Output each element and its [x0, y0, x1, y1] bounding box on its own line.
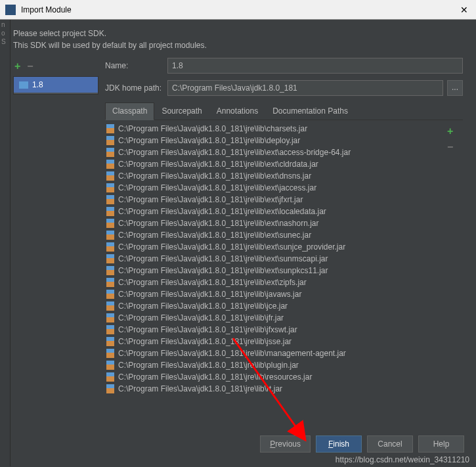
tab-sourcepath[interactable]: Sourcepath [154, 102, 209, 120]
classpath-item-path: C:\Program Files\Java\jdk1.8.0_181\jre\l… [118, 313, 284, 322]
jar-icon [106, 278, 114, 287]
classpath-item-path: C:\Program Files\Java\jdk1.8.0_181\jre\l… [118, 242, 345, 252]
classpath-item[interactable]: C:\Program Files\Java\jdk1.8.0_181\jre\l… [105, 300, 447, 312]
classpath-item[interactable]: C:\Program Files\Java\jdk1.8.0_181\jre\l… [105, 135, 447, 146]
instructions: Please select project SDK. This SDK will… [13, 28, 463, 51]
window-title: Import Module [21, 5, 458, 14]
classpath-item[interactable]: C:\Program Files\Java\jdk1.8.0_181\jre\l… [105, 359, 447, 371]
cancel-button[interactable]: Cancel [367, 435, 413, 453]
tabs: ClasspathSourcepathAnnotationsDocumentat… [105, 102, 463, 120]
jar-icon [106, 325, 114, 334]
jar-icon [106, 372, 114, 382]
name-label: Name: [105, 61, 167, 70]
add-sdk-icon[interactable]: + [14, 60, 20, 72]
jar-icon [106, 183, 114, 192]
tab-annotations[interactable]: Annotations [209, 102, 265, 120]
classpath-item-path: C:\Program Files\Java\jdk1.8.0_181\jre\l… [118, 278, 307, 287]
titlebar: Import Module ✕ [0, 0, 476, 20]
sdk-item-label: 1.8 [32, 80, 43, 89]
classpath-item[interactable]: C:\Program Files\Java\jdk1.8.0_181\jre\l… [105, 158, 447, 170]
jar-icon [106, 313, 114, 322]
folder-icon [19, 81, 28, 89]
classpath-item-path: C:\Program Files\Java\jdk1.8.0_181\jre\l… [118, 195, 303, 204]
classpath-item-path: C:\Program Files\Java\jdk1.8.0_181\jre\l… [118, 290, 301, 299]
jar-icon [106, 136, 114, 145]
classpath-item-path: C:\Program Files\Java\jdk1.8.0_181\jre\l… [118, 171, 311, 181]
previous-button[interactable]: Previous [260, 435, 311, 453]
classpath-item-path: C:\Program Files\Java\jdk1.8.0_181\jre\l… [118, 124, 307, 133]
jar-icon [106, 124, 114, 133]
classpath-item[interactable]: C:\Program Files\Java\jdk1.8.0_181\jre\l… [105, 206, 447, 217]
classpath-item[interactable]: C:\Program Files\Java\jdk1.8.0_181\jre\l… [105, 229, 447, 241]
classpath-item[interactable]: C:\Program Files\Java\jdk1.8.0_181\jre\l… [105, 194, 447, 206]
classpath-item[interactable]: C:\Program Files\Java\jdk1.8.0_181\jre\l… [105, 336, 447, 347]
classpath-item[interactable]: C:\Program Files\Java\jdk1.8.0_181\jre\l… [105, 182, 447, 194]
jar-icon [106, 337, 114, 346]
classpath-item-path: C:\Program Files\Java\jdk1.8.0_181\jre\l… [118, 325, 297, 334]
classpath-item[interactable]: C:\Program Files\Java\jdk1.8.0_181\jre\l… [105, 312, 447, 324]
name-input[interactable] [167, 58, 463, 74]
classpath-item-path: C:\Program Files\Java\jdk1.8.0_181\jre\l… [118, 160, 318, 169]
left-gutter: noS [0, 20, 11, 466]
classpath-item-path: C:\Program Files\Java\jdk1.8.0_181\jre\l… [118, 254, 328, 263]
classpath-item[interactable]: C:\Program Files\Java\jdk1.8.0_181\jre\l… [105, 146, 447, 158]
sdk-sidebar: + − 1.8 [13, 58, 98, 405]
classpath-item-path: C:\Program Files\Java\jdk1.8.0_181\jre\l… [118, 219, 318, 228]
classpath-item[interactable]: C:\Program Files\Java\jdk1.8.0_181\jre\l… [105, 371, 447, 383]
classpath-item[interactable]: C:\Program Files\Java\jdk1.8.0_181\jre\l… [105, 123, 447, 135]
classpath-item[interactable]: C:\Program Files\Java\jdk1.8.0_181\jre\l… [105, 324, 447, 336]
classpath-item-path: C:\Program Files\Java\jdk1.8.0_181\jre\l… [118, 231, 311, 240]
sdk-item[interactable]: 1.8 [14, 77, 98, 93]
classpath-item[interactable]: C:\Program Files\Java\jdk1.8.0_181\jre\l… [105, 170, 447, 182]
classpath-item-path: C:\Program Files\Java\jdk1.8.0_181\jre\l… [118, 384, 282, 393]
jar-icon [106, 254, 114, 263]
classpath-list[interactable]: C:\Program Files\Java\jdk1.8.0_181\jre\l… [105, 123, 447, 405]
remove-sdk-icon[interactable]: − [27, 60, 33, 72]
jar-icon [106, 171, 114, 181]
classpath-item-path: C:\Program Files\Java\jdk1.8.0_181\jre\l… [118, 372, 312, 382]
close-icon[interactable]: ✕ [458, 5, 471, 15]
browse-button[interactable]: ... [447, 80, 463, 96]
classpath-item-path: C:\Program Files\Java\jdk1.8.0_181\jre\l… [118, 148, 351, 157]
btn-rest: revious [275, 439, 301, 449]
instruction-line: Please select project SDK. [13, 28, 463, 39]
classpath-item-path: C:\Program Files\Java\jdk1.8.0_181\jre\l… [118, 266, 328, 275]
classpath-item[interactable]: C:\Program Files\Java\jdk1.8.0_181\jre\l… [105, 383, 447, 395]
jar-icon [106, 219, 114, 228]
jar-icon [106, 384, 114, 393]
classpath-item[interactable]: C:\Program Files\Java\jdk1.8.0_181\jre\l… [105, 288, 447, 300]
classpath-item-path: C:\Program Files\Java\jdk1.8.0_181\jre\l… [118, 183, 316, 192]
jar-icon [106, 301, 114, 311]
instruction-line: This SDK will be used by default by all … [13, 39, 463, 51]
home-path-input[interactable] [167, 80, 443, 96]
home-path-label: JDK home path: [105, 83, 167, 93]
btn-rest: inish [333, 439, 349, 449]
classpath-item[interactable]: C:\Program Files\Java\jdk1.8.0_181\jre\l… [105, 253, 447, 265]
classpath-item-path: C:\Program Files\Java\jdk1.8.0_181\jre\l… [118, 337, 292, 346]
jar-icon [106, 195, 114, 204]
tab-classpath[interactable]: Classpath [105, 102, 154, 120]
add-classpath-icon[interactable]: + [447, 125, 463, 137]
jar-icon [106, 361, 114, 370]
classpath-item[interactable]: C:\Program Files\Java\jdk1.8.0_181\jre\l… [105, 217, 447, 229]
tab-documentation-paths[interactable]: Documentation Paths [265, 102, 355, 120]
classpath-item-path: C:\Program Files\Java\jdk1.8.0_181\jre\l… [118, 301, 288, 311]
classpath-item[interactable]: C:\Program Files\Java\jdk1.8.0_181\jre\l… [105, 347, 447, 359]
finish-button[interactable]: Finish [316, 435, 362, 453]
classpath-item-path: C:\Program Files\Java\jdk1.8.0_181\jre\l… [118, 207, 326, 216]
jar-icon [106, 266, 114, 275]
classpath-item[interactable]: C:\Program Files\Java\jdk1.8.0_181\jre\l… [105, 241, 447, 253]
jar-icon [106, 207, 114, 216]
sdk-list[interactable]: 1.8 [13, 76, 98, 95]
remove-classpath-icon[interactable]: − [447, 141, 463, 153]
help-button[interactable]: Help [418, 435, 464, 453]
classpath-item-path: C:\Program Files\Java\jdk1.8.0_181\jre\l… [118, 136, 300, 145]
watermark: https://blog.csdn.net/weixin_34311210 [335, 455, 469, 464]
app-icon [5, 5, 16, 15]
classpath-item[interactable]: C:\Program Files\Java\jdk1.8.0_181\jre\l… [105, 277, 447, 288]
jar-icon [106, 160, 114, 169]
classpath-item-path: C:\Program Files\Java\jdk1.8.0_181\jre\l… [118, 361, 299, 370]
jar-icon [106, 290, 114, 299]
classpath-item[interactable]: C:\Program Files\Java\jdk1.8.0_181\jre\l… [105, 265, 447, 277]
button-bar: Previous Finish Cancel Help [260, 435, 464, 453]
